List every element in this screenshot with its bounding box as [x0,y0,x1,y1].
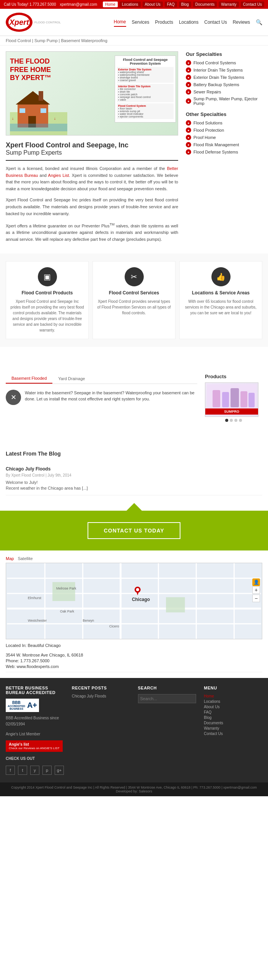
feature-title-3: Locations & Service Areas [184,290,258,296]
body-text-3: Xpert offers a lifetime guarantee on our… [6,222,178,243]
map-section: Map Satellite [0,550,268,678]
tab-basement[interactable]: Basement Flooded [6,374,52,384]
topnav-documents[interactable]: Documents [193,2,217,7]
logo-text: Xpert [9,18,29,27]
footer-menu-about[interactable]: About Us [204,705,262,709]
product-dot-2[interactable] [230,419,233,422]
angies-link[interactable]: Angies List [48,173,69,178]
logo: Xpert FLOOD CONTROL [6,13,61,32]
map-tab-map[interactable]: Map [6,556,14,561]
map-grid: Melrose Park Elmhurst Oak Park Chicago W… [6,563,262,639]
main-nav: Home Services Products Locations Contact… [114,18,262,27]
other-specialty-5: ● Flood Defense Systems [186,149,262,155]
footer-developer: Developed by: Salesors [6,789,262,793]
social-googleplus[interactable]: g+ [55,766,64,775]
body-text-1: Xpert is a licensed, bonded and insured … [6,165,178,192]
specialty-item-2: ● Interior Drain Tile Systems [186,67,262,73]
topnav-home[interactable]: Home [103,2,118,7]
topnav-warranty[interactable]: Warranty [219,2,239,7]
nav-home[interactable]: Home [114,18,126,27]
nav-contact[interactable]: Contact Us [204,18,227,26]
specialty-label-5: Sewer Repairs [193,90,221,94]
specialty-dot-6: ● [186,98,191,104]
feature-box-1: ▣ Flood Control Products Xpert Flood Con… [6,261,89,339]
nav-locations[interactable]: Locations [179,18,198,26]
tabs-right: Products SUMPRO [205,374,262,422]
angies-member-text: Angie's List Member [6,731,64,737]
specialty-item-3: ● Exterior Drain Tile Systems [186,75,262,80]
footer-col-search: SEARCH [138,686,197,775]
svg-rect-15 [249,393,255,407]
product-dot-3[interactable] [234,419,237,422]
footer-search-input[interactable] [138,694,197,703]
nav-services[interactable]: Services [132,18,149,26]
footer-menu-warranty[interactable]: Warranty [204,726,262,730]
blog-post-title[interactable]: Chicago July Floods [6,466,262,472]
topnav-about[interactable]: About Us [143,2,163,7]
hero-title: THE FLOOD FREE HOME BY XPERT™ [10,57,51,82]
top-bar-nav: Home Locations About Us FAQ Blog Documen… [103,2,264,7]
topnav-locations[interactable]: Locations [120,2,141,7]
content-left: THE FLOOD FREE HOME BY XPERT™ [6,51,178,248]
bbb-logo: BBB [8,701,25,705]
search-icon[interactable]: 🔍 [256,19,262,25]
social-youtube[interactable]: y [30,766,39,775]
bbb-accredited-text: BBB Accredited Business since 02/05/1994 [6,715,64,727]
map-zoom-in[interactable]: + [252,586,260,594]
location-phone: Phone: 1.773.267.5000 [6,658,262,663]
social-facebook[interactable]: f [6,766,15,775]
breadcrumb: Flood Control | Sump Pump | Basement Wat… [0,36,268,46]
specialty-item-5: ● Sewer Repairs [186,89,262,95]
tab-nav: Basement Flooded Yard Drainage [6,374,197,384]
other-dot-3: ● [186,135,191,140]
svg-rect-13 [231,388,239,407]
svg-text:Cicero: Cicero [109,625,119,629]
topnav-faq[interactable]: FAQ [165,2,177,7]
nav-reviews[interactable]: Reviews [233,18,250,26]
main-title: Xpert Flood Control and Seepage, Inc [6,141,178,149]
product-dot-1[interactable] [225,419,228,422]
bbb-rating: A+ [27,701,37,710]
nav-products[interactable]: Products [155,18,173,26]
svg-rect-14 [240,391,247,407]
specialty-label-6: Sump Pump, Water Pump, Ejector Pump [193,96,262,106]
tab-yard[interactable]: Yard Drainage [52,374,91,384]
map-tabs: Map Satellite [6,556,262,561]
angies-badge[interactable]: Angie's list Check our Reviews on ANGIE'… [6,740,63,752]
map-tab-satellite[interactable]: Satellite [18,556,32,561]
map-zoom: + − [252,586,260,602]
map-zoom-out[interactable]: − [252,595,260,602]
product-dot-4[interactable] [239,419,242,422]
header: Xpert FLOOD CONTROL Home Services Produc… [0,9,268,36]
footer-menu-faq[interactable]: FAQ [204,710,262,714]
footer-menu-blog[interactable]: Blog [204,715,262,720]
logo-oval: Xpert [6,13,32,32]
product-dots [205,419,262,422]
specialty-dot-1: ● [186,60,191,65]
tabs-left: Basement Flooded Yard Drainage ✕ Water i… [6,374,197,422]
logo-subtitle: FLOOD CONTROL [34,21,61,24]
footer-menu-contact[interactable]: Contact Us [204,732,262,736]
footer-menu-documents[interactable]: Documents [204,721,262,725]
specialty-dot-4: ● [186,82,191,87]
cta-button[interactable]: CONTACT US TODAY [88,522,180,539]
blog-post: Chicago July Floods By Xpert Flood Contr… [6,462,262,496]
social-twitter[interactable]: t [18,766,27,775]
svg-text:Oak Park: Oak Park [60,609,75,613]
feature-box-3: 👍 Locations & Service Areas With over 65… [179,261,262,339]
bbb-link[interactable]: Better Business Bureau [6,166,178,178]
svg-text:Melrose Park: Melrose Park [56,587,76,591]
product-label: SUMPRO [205,408,258,415]
footer-menu-locations[interactable]: Locations [204,699,262,704]
blog-section-title: Latest From The Blog [6,451,262,457]
footer-col-bbb: BETTER BUSINESS BUREAU ACCREDITED BBB AC… [6,686,64,775]
social-pinterest[interactable]: p [42,766,52,775]
footer-menu-home[interactable]: Home [204,694,262,698]
topnav-blog[interactable]: Blog [179,2,191,7]
footer-bbb-title: BETTER BUSINESS BUREAU ACCREDITED [6,686,64,695]
topnav-contact[interactable]: Contact Us [241,2,264,7]
other-specialty-1: ● Flood Solutions [186,120,262,126]
footer-post-1[interactable]: Chicago July Floods [72,694,130,698]
other-dot-4: ● [186,142,191,147]
map-person-icon: 👤 [252,578,260,586]
